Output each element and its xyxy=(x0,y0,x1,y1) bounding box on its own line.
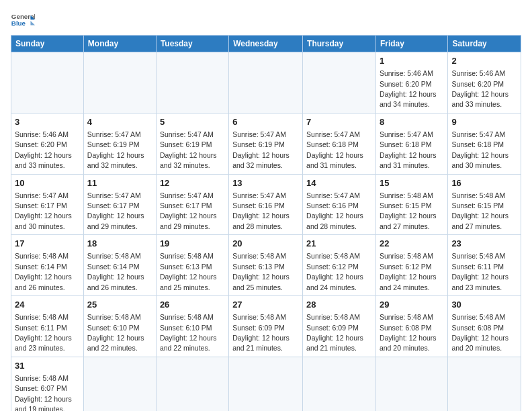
calendar-cell: 3Sunrise: 5:46 AM Sunset: 6:20 PM Daylig… xyxy=(11,113,84,174)
calendar-cell: 14Sunrise: 5:47 AM Sunset: 6:16 PM Dayli… xyxy=(303,174,376,235)
col-header-tuesday: Tuesday xyxy=(156,36,228,52)
day-number: 20 xyxy=(232,238,299,250)
day-info: Sunrise: 5:47 AM Sunset: 6:19 PM Dayligh… xyxy=(160,130,217,169)
day-info: Sunrise: 5:47 AM Sunset: 6:18 PM Dayligh… xyxy=(306,130,363,169)
calendar-cell: 13Sunrise: 5:47 AM Sunset: 6:16 PM Dayli… xyxy=(229,174,303,235)
day-info: Sunrise: 5:48 AM Sunset: 6:07 PM Dayligh… xyxy=(15,374,72,411)
calendar-week-6: 31Sunrise: 5:48 AM Sunset: 6:07 PM Dayli… xyxy=(11,357,521,411)
calendar-week-5: 24Sunrise: 5:48 AM Sunset: 6:11 PM Dayli… xyxy=(11,296,521,357)
calendar-cell xyxy=(11,52,84,113)
day-number: 19 xyxy=(160,238,225,250)
day-number: 17 xyxy=(15,238,80,250)
day-number: 10 xyxy=(15,177,80,189)
day-info: Sunrise: 5:48 AM Sunset: 6:08 PM Dayligh… xyxy=(380,313,437,352)
svg-marker-3 xyxy=(30,21,35,26)
day-number: 8 xyxy=(380,116,444,128)
day-info: Sunrise: 5:48 AM Sunset: 6:13 PM Dayligh… xyxy=(232,252,290,291)
calendar-cell: 23Sunrise: 5:48 AM Sunset: 6:11 PM Dayli… xyxy=(448,235,521,296)
day-info: Sunrise: 5:48 AM Sunset: 6:12 PM Dayligh… xyxy=(380,252,437,291)
col-header-sunday: Sunday xyxy=(11,36,84,52)
col-header-wednesday: Wednesday xyxy=(229,36,303,52)
calendar-cell xyxy=(83,52,156,113)
day-number: 26 xyxy=(160,299,225,311)
day-number: 16 xyxy=(451,177,517,189)
day-info: Sunrise: 5:47 AM Sunset: 6:16 PM Dayligh… xyxy=(306,191,363,230)
calendar-week-3: 10Sunrise: 5:47 AM Sunset: 6:17 PM Dayli… xyxy=(11,174,521,235)
calendar-cell xyxy=(156,357,228,411)
day-number: 25 xyxy=(87,299,152,311)
col-header-saturday: Saturday xyxy=(448,36,521,52)
calendar-cell xyxy=(229,357,303,411)
day-info: Sunrise: 5:47 AM Sunset: 6:17 PM Dayligh… xyxy=(87,191,144,230)
day-info: Sunrise: 5:48 AM Sunset: 6:08 PM Dayligh… xyxy=(451,313,508,352)
calendar-cell: 29Sunrise: 5:48 AM Sunset: 6:08 PM Dayli… xyxy=(375,296,447,357)
calendar-cell: 26Sunrise: 5:48 AM Sunset: 6:10 PM Dayli… xyxy=(156,296,228,357)
day-number: 5 xyxy=(160,116,225,128)
day-info: Sunrise: 5:47 AM Sunset: 6:18 PM Dayligh… xyxy=(380,130,437,169)
day-info: Sunrise: 5:48 AM Sunset: 6:14 PM Dayligh… xyxy=(15,252,72,291)
calendar-cell xyxy=(303,52,376,113)
calendar-cell: 10Sunrise: 5:47 AM Sunset: 6:17 PM Dayli… xyxy=(11,174,84,235)
calendar-header-row: SundayMondayTuesdayWednesdayThursdayFrid… xyxy=(11,36,521,52)
calendar-week-4: 17Sunrise: 5:48 AM Sunset: 6:14 PM Dayli… xyxy=(11,235,521,296)
calendar-week-1: 1Sunrise: 5:46 AM Sunset: 6:20 PM Daylig… xyxy=(11,52,521,113)
day-number: 24 xyxy=(15,299,80,311)
day-number: 23 xyxy=(451,238,517,250)
day-number: 21 xyxy=(306,238,372,250)
day-number: 2 xyxy=(451,55,517,67)
col-header-friday: Friday xyxy=(375,36,447,52)
day-info: Sunrise: 5:48 AM Sunset: 6:15 PM Dayligh… xyxy=(451,191,508,230)
day-number: 22 xyxy=(380,238,444,250)
day-number: 4 xyxy=(87,116,152,128)
day-info: Sunrise: 5:47 AM Sunset: 6:17 PM Dayligh… xyxy=(160,191,217,230)
day-info: Sunrise: 5:47 AM Sunset: 6:16 PM Dayligh… xyxy=(232,191,290,230)
generalblue-logo-icon: General Blue xyxy=(11,11,35,31)
day-number: 28 xyxy=(306,299,372,311)
calendar-cell: 27Sunrise: 5:48 AM Sunset: 6:09 PM Dayli… xyxy=(229,296,303,357)
col-header-thursday: Thursday xyxy=(303,36,376,52)
day-info: Sunrise: 5:47 AM Sunset: 6:17 PM Dayligh… xyxy=(15,191,72,230)
day-info: Sunrise: 5:48 AM Sunset: 6:10 PM Dayligh… xyxy=(87,313,144,352)
day-info: Sunrise: 5:46 AM Sunset: 6:20 PM Dayligh… xyxy=(15,130,72,169)
day-number: 18 xyxy=(87,238,152,250)
day-number: 11 xyxy=(87,177,152,189)
day-info: Sunrise: 5:48 AM Sunset: 6:14 PM Dayligh… xyxy=(87,252,144,291)
calendar-cell: 5Sunrise: 5:47 AM Sunset: 6:19 PM Daylig… xyxy=(156,113,228,174)
day-number: 14 xyxy=(306,177,372,189)
day-info: Sunrise: 5:48 AM Sunset: 6:10 PM Dayligh… xyxy=(160,313,217,352)
day-number: 27 xyxy=(232,299,299,311)
calendar-cell: 30Sunrise: 5:48 AM Sunset: 6:08 PM Dayli… xyxy=(448,296,521,357)
calendar-cell xyxy=(448,357,521,411)
col-header-monday: Monday xyxy=(83,36,156,52)
calendar-cell: 17Sunrise: 5:48 AM Sunset: 6:14 PM Dayli… xyxy=(11,235,84,296)
calendar-cell: 22Sunrise: 5:48 AM Sunset: 6:12 PM Dayli… xyxy=(375,235,447,296)
calendar-cell: 6Sunrise: 5:47 AM Sunset: 6:19 PM Daylig… xyxy=(229,113,303,174)
calendar-cell: 24Sunrise: 5:48 AM Sunset: 6:11 PM Dayli… xyxy=(11,296,84,357)
day-info: Sunrise: 5:47 AM Sunset: 6:19 PM Dayligh… xyxy=(87,130,144,169)
svg-text:Blue: Blue xyxy=(11,19,26,27)
calendar-cell: 4Sunrise: 5:47 AM Sunset: 6:19 PM Daylig… xyxy=(83,113,156,174)
day-number: 31 xyxy=(15,360,80,372)
day-number: 30 xyxy=(451,299,517,311)
day-info: Sunrise: 5:48 AM Sunset: 6:09 PM Dayligh… xyxy=(306,313,363,352)
calendar-cell: 8Sunrise: 5:47 AM Sunset: 6:18 PM Daylig… xyxy=(375,113,447,174)
day-number: 12 xyxy=(160,177,225,189)
calendar-cell: 25Sunrise: 5:48 AM Sunset: 6:10 PM Dayli… xyxy=(83,296,156,357)
logo: General Blue xyxy=(11,11,35,31)
day-number: 29 xyxy=(380,299,444,311)
day-number: 1 xyxy=(380,55,444,67)
calendar-cell: 19Sunrise: 5:48 AM Sunset: 6:13 PM Dayli… xyxy=(156,235,228,296)
day-number: 7 xyxy=(306,116,372,128)
day-info: Sunrise: 5:48 AM Sunset: 6:09 PM Dayligh… xyxy=(232,313,290,352)
calendar-cell: 21Sunrise: 5:48 AM Sunset: 6:12 PM Dayli… xyxy=(303,235,376,296)
calendar-cell: 16Sunrise: 5:48 AM Sunset: 6:15 PM Dayli… xyxy=(448,174,521,235)
calendar-cell: 20Sunrise: 5:48 AM Sunset: 6:13 PM Dayli… xyxy=(229,235,303,296)
day-info: Sunrise: 5:48 AM Sunset: 6:13 PM Dayligh… xyxy=(160,252,217,291)
calendar-cell xyxy=(229,52,303,113)
calendar-cell: 15Sunrise: 5:48 AM Sunset: 6:15 PM Dayli… xyxy=(375,174,447,235)
day-number: 9 xyxy=(451,116,517,128)
day-info: Sunrise: 5:48 AM Sunset: 6:15 PM Dayligh… xyxy=(380,191,437,230)
day-info: Sunrise: 5:46 AM Sunset: 6:20 PM Dayligh… xyxy=(380,69,437,108)
calendar-cell: 9Sunrise: 5:47 AM Sunset: 6:18 PM Daylig… xyxy=(448,113,521,174)
calendar-cell: 31Sunrise: 5:48 AM Sunset: 6:07 PM Dayli… xyxy=(11,357,84,411)
